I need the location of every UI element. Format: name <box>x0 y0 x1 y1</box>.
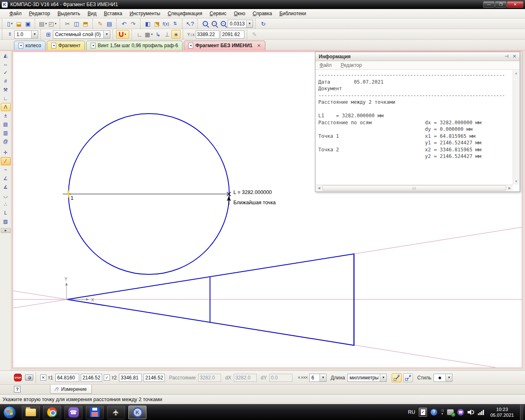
point1-state-checkbox[interactable]: ✕ <box>40 374 46 381</box>
kompas-tray-icon[interactable]: ✓ <box>419 408 427 417</box>
copy-style-button[interactable]: ✎ <box>250 30 259 39</box>
measure-tab[interactable]: ⁄? Измерение <box>50 385 92 394</box>
zoom-area-button[interactable]: ⋯ <box>210 19 219 28</box>
show-desktop-button[interactable] <box>520 404 523 420</box>
interrupt-button[interactable]: STOP <box>14 374 22 381</box>
copy-button[interactable]: ◫ <box>72 19 81 28</box>
renumber-button[interactable]: ⇅ <box>171 19 180 28</box>
selection-tool[interactable]: ± <box>1 112 11 120</box>
variables-button[interactable]: ⬔ <box>153 19 162 28</box>
taskbar-save-app-button[interactable] <box>86 406 104 419</box>
snapshot-icon[interactable] <box>25 374 33 381</box>
insert-tool[interactable]: @ <box>1 137 11 146</box>
taskbar-game-button[interactable]: ✈ <box>107 406 125 419</box>
scroll-up-icon[interactable]: ▲ <box>513 70 519 76</box>
zoom-scale-combo[interactable]: 0.0313 ▼ <box>228 20 253 28</box>
minimize-button[interactable]: — <box>483 1 495 8</box>
info-horizontal-scrollbar[interactable]: ◀ ||| ▶ <box>316 185 513 191</box>
scroll-left-icon[interactable]: ◀ <box>316 185 322 191</box>
print-preview-button[interactable]: ◰ <box>48 19 57 28</box>
taskbar-viber-button[interactable]: ☎ <box>64 406 82 419</box>
specification-tool[interactable]: ▤ <box>1 120 11 128</box>
undo-button[interactable]: ↶ <box>120 19 129 28</box>
paste-button[interactable]: ⬒ <box>81 19 90 28</box>
copy-properties-button[interactable]: ✎ <box>96 19 105 28</box>
point2-state-checkbox[interactable]: ✓ <box>104 374 110 381</box>
clock[interactable]: 10:23 05.07.2021 <box>488 406 516 418</box>
chevron-down-icon[interactable]: ▼ <box>103 31 110 38</box>
tab-fragment-bez-imeni[interactable]: Фрагмент БЕЗ ИМЕНИ1 ✕ <box>184 41 265 50</box>
chevron-down-icon[interactable]: ▼ <box>320 374 326 381</box>
help-cursor-button[interactable]: ↖? <box>185 19 195 28</box>
layer-combo[interactable]: Системный слой (0) ▼ <box>53 30 110 39</box>
chevron-down-icon[interactable]: ▼ <box>246 20 253 27</box>
language-indicator[interactable]: RU <box>408 409 415 415</box>
measure-2d-tool[interactable]: Λ <box>1 103 11 111</box>
menu-libraries[interactable]: Библиотеки <box>276 9 310 18</box>
chevron-down-icon[interactable]: ▼ <box>31 31 38 38</box>
start-button[interactable] <box>3 406 16 419</box>
close-icon[interactable]: ✕ <box>513 54 516 59</box>
volume-icon[interactable] <box>468 409 474 415</box>
taskbar-kompas-button[interactable]: K <box>128 406 146 419</box>
refresh-view-button[interactable]: ↻ <box>259 19 268 28</box>
editing-tool[interactable]: ⚒ <box>1 86 11 94</box>
geometry-tool[interactable]: ◭ <box>1 51 11 59</box>
show-aux-line-toggle[interactable] <box>403 373 413 382</box>
zoom-selected-button[interactable]: ▫ <box>201 19 210 28</box>
menu-help[interactable]: Справка <box>249 9 276 18</box>
info-menu-editor[interactable]: Редактор <box>341 62 362 68</box>
step-combo[interactable]: 1.0 ▼ <box>14 30 38 39</box>
viber-tray-icon[interactable]: ☎ <box>457 409 464 415</box>
nodes-tool[interactable]: ∴ <box>1 200 11 208</box>
dimensions-tool[interactable]: ↔ <box>1 60 11 68</box>
zoom-in-button[interactable]: + <box>219 19 228 28</box>
menu-service[interactable]: Сервис <box>206 9 230 18</box>
open-document-button[interactable]: ⬓ <box>14 19 23 28</box>
scroll-right-icon[interactable]: ▶ <box>507 185 513 191</box>
tool-panel-more-button[interactable]: ▶ <box>1 228 11 233</box>
menu-specification[interactable]: Спецификация <box>164 9 206 18</box>
save-button[interactable]: ▣ <box>23 19 32 28</box>
restore-button[interactable]: ❐ <box>495 1 507 8</box>
distance-between-points-tool[interactable]: ⁄ <box>1 157 11 165</box>
grid-button[interactable]: ▦ <box>144 30 153 39</box>
scrollbar-thumb[interactable]: ||| <box>322 185 506 191</box>
menu-tools[interactable]: Инструменты <box>126 9 164 18</box>
menu-insert[interactable]: Вставка <box>100 9 126 18</box>
tab-fragment[interactable]: Фрагмент ✕ <box>47 41 85 50</box>
area-hatch-tool[interactable]: ▨ <box>1 217 11 226</box>
snaps-button[interactable] <box>116 30 129 39</box>
tab-koleso[interactable]: колесо ✕ <box>14 41 46 50</box>
cursor-x-field[interactable]: 2091.62 <box>221 30 244 39</box>
info-menu-file[interactable]: Файл <box>320 62 332 68</box>
angle-tool[interactable]: ∠ <box>1 174 11 183</box>
snap-cursor-button[interactable]: ∗ <box>171 30 180 39</box>
info-panel-title-bar[interactable]: Информация ⊣ ✕ <box>315 52 520 61</box>
usb-tray-icon[interactable] <box>447 409 454 415</box>
menu-view[interactable]: Вид <box>84 9 100 18</box>
cursor-y-field[interactable]: 3389.22 <box>196 30 219 39</box>
menu-editor[interactable]: Редактор <box>25 9 54 18</box>
show-measure-line-toggle[interactable] <box>392 373 402 382</box>
designations-tool[interactable]: ✓ <box>1 68 11 77</box>
context-help-icon[interactable]: ? <box>14 386 21 393</box>
pin-icon[interactable]: ⊣ <box>504 54 509 59</box>
parameterization-tool[interactable]: ∟ <box>1 94 11 103</box>
new-document-button[interactable]: ▯ <box>5 19 14 28</box>
cut-button[interactable]: ✂ <box>63 19 72 28</box>
network-signal-icon[interactable] <box>478 410 484 415</box>
length-curve-tool[interactable]: ◡ <box>1 192 11 200</box>
length-units-combo[interactable]: миллиметры ▼ <box>347 374 387 382</box>
redo-button[interactable]: ↷ <box>129 19 138 28</box>
window-layout-button[interactable]: ◧ <box>144 19 153 28</box>
reports-tool[interactable]: ▥ <box>1 129 11 137</box>
point2-x-field[interactable]: 3346.81 <box>119 374 142 382</box>
parameterize-button[interactable]: ∟ <box>135 30 144 39</box>
point1-x-field[interactable]: 64.8160 <box>55 374 79 382</box>
precision-combo[interactable]: 6 ▼ <box>309 374 326 382</box>
point-style-combo[interactable]: ◆ ▼ <box>434 374 452 382</box>
designations-building-tool[interactable]: # <box>1 77 11 85</box>
point1-y-field[interactable]: 2146.52 <box>81 374 102 382</box>
layers-button[interactable]: ⊞ <box>44 30 53 39</box>
